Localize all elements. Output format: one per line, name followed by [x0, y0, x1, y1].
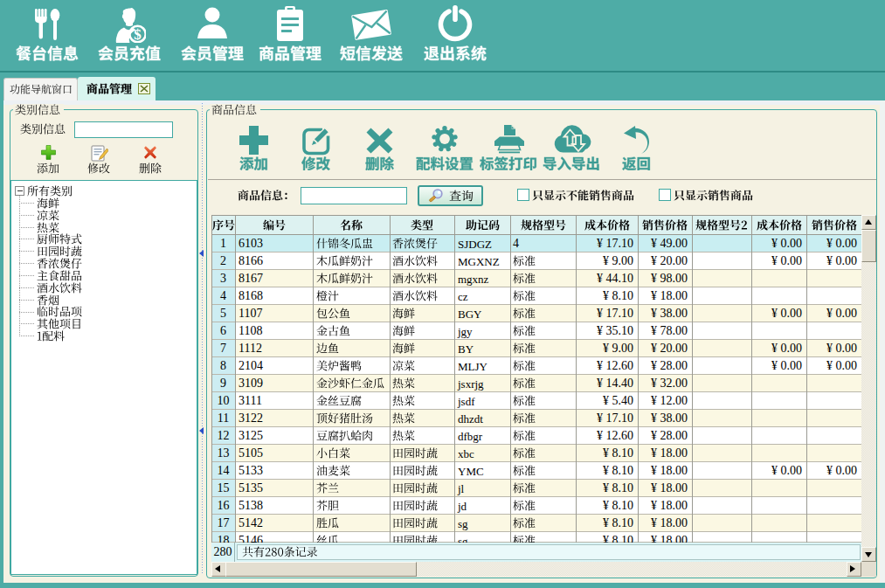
svg-text:$: $	[134, 26, 142, 43]
